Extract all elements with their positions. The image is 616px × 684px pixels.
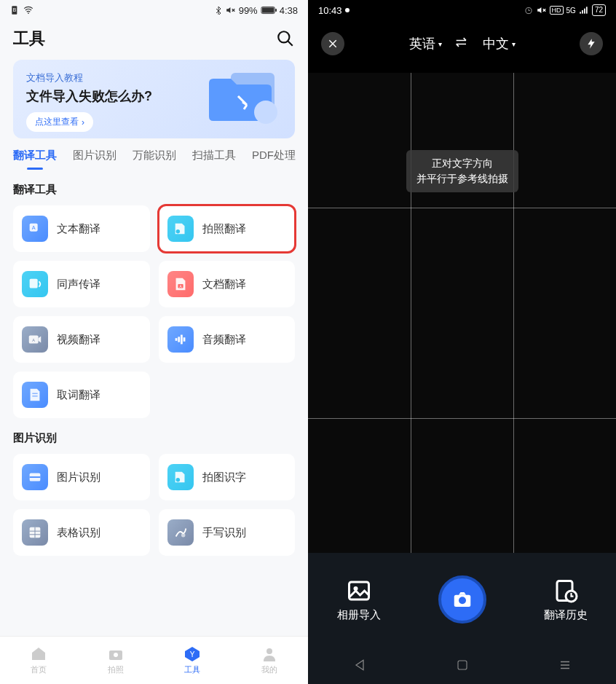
handwrite-icon <box>167 519 194 546</box>
hint-line-1: 正对文字方向 <box>416 156 508 171</box>
gridline-h1 <box>308 208 616 208</box>
tool-image-recog[interactable]: 图片识别 <box>13 454 150 500</box>
svg-point-28 <box>175 478 180 482</box>
tool-handwrite[interactable]: 手写识别 <box>159 509 296 556</box>
banner-cta[interactable]: 点这里查看 › <box>26 112 93 132</box>
tool-label: 图片识别 <box>57 471 100 484</box>
status-bar: B 99% 4:38 <box>0 0 308 20</box>
nav-camera[interactable]: 拍照 <box>107 645 125 675</box>
tool-live-interpret[interactable]: 同声传译 <box>13 261 150 307</box>
nav-tools[interactable]: Y 工具 <box>183 645 201 675</box>
profile-icon <box>261 645 278 663</box>
svg-rect-23 <box>175 338 177 341</box>
svg-point-11 <box>254 101 277 124</box>
page-header: 工具 <box>0 20 308 60</box>
svg-rect-15 <box>30 279 38 288</box>
svg-rect-46 <box>586 7 588 13</box>
back-button[interactable] <box>352 658 367 672</box>
tab-pdf[interactable]: PDF处理 <box>252 149 296 170</box>
swap-button[interactable] <box>455 37 470 50</box>
svg-point-35 <box>114 653 118 657</box>
gallery-label: 相册导入 <box>337 608 381 622</box>
help-banner[interactable]: 文档导入教程 文件导入失败怎么办? 点这里查看 › <box>13 60 295 138</box>
nav-home[interactable]: 首页 <box>30 645 47 675</box>
nav-label: 工具 <box>184 664 200 675</box>
flash-icon <box>585 38 597 50</box>
status-bar: 10:43 HD 5G 72 <box>308 0 616 20</box>
camera-viewport[interactable]: 正对文字方向 并平行于参考线拍摄 <box>308 73 616 553</box>
tool-word-pick[interactable]: 取词翻译 <box>13 372 150 418</box>
history-button[interactable]: 翻译历史 <box>544 578 588 622</box>
bluetooth-icon <box>214 6 223 15</box>
category-tabs: 翻译工具 图片识别 万能识别 扫描工具 PDF处理 <box>0 149 308 170</box>
home-button[interactable] <box>456 659 469 672</box>
tool-table-recog[interactable]: 表格识别 <box>13 509 150 556</box>
photo-translate-icon <box>167 216 194 242</box>
svg-point-8 <box>278 31 289 42</box>
video-translate-icon: A <box>22 326 48 353</box>
tab-image-recog[interactable]: 图片识别 <box>73 149 117 170</box>
search-button[interactable] <box>276 29 295 48</box>
camera-icon <box>107 645 125 663</box>
page-title: 工具 <box>13 28 45 50</box>
lang-to[interactable]: 中文 ▾ <box>483 35 516 52</box>
tool-text-translate[interactable]: A 文本翻译 <box>13 205 150 252</box>
svg-text:Y: Y <box>190 650 195 659</box>
svg-rect-45 <box>584 9 585 14</box>
status-time: 4:38 <box>280 5 298 16</box>
chevron-down-icon: ▾ <box>438 40 442 48</box>
nav-label: 我的 <box>261 664 277 675</box>
svg-rect-6 <box>262 7 275 12</box>
tool-label: 文本翻译 <box>57 222 100 236</box>
word-pick-icon <box>22 382 48 408</box>
swap-icon <box>455 37 470 47</box>
mute-icon <box>537 5 547 15</box>
flash-button[interactable] <box>580 32 603 55</box>
close-button[interactable] <box>321 32 344 55</box>
battery-icon <box>261 6 277 15</box>
section-title-image: 图片识别 <box>13 431 295 445</box>
tool-label: 音频翻译 <box>202 333 246 347</box>
tab-translate-tools[interactable]: 翻译工具 <box>13 149 57 170</box>
camera-hint: 正对文字方向 并平行于参考线拍摄 <box>406 150 518 192</box>
tool-label: 拍照翻译 <box>202 222 246 236</box>
image-recog-icon <box>22 464 48 490</box>
tool-video-translate[interactable]: A 视频翻译 <box>13 316 150 363</box>
tool-label: 手写识别 <box>202 526 246 540</box>
signal-5g-icon: 5G <box>566 7 576 15</box>
svg-rect-22 <box>183 337 185 342</box>
table-recog-icon <box>22 519 48 546</box>
camera-translate-screen: 10:43 HD 5G 72 英语 ▾ 中文 ▾ <box>308 0 616 684</box>
doc-translate-icon: A <box>167 271 194 297</box>
tab-universal-recog[interactable]: 万能识别 <box>133 149 176 170</box>
recent-button[interactable] <box>558 659 572 672</box>
tool-label: 视频翻译 <box>57 333 100 347</box>
svg-point-37 <box>266 648 272 654</box>
home-icon <box>30 645 47 663</box>
translate-grid: A 文本翻译 拍照翻译 同声传译 A 文档翻译 <box>13 205 295 418</box>
battery-b-icon: B <box>10 5 20 15</box>
gridline-h2 <box>308 418 616 419</box>
capture-button[interactable] <box>438 575 486 624</box>
svg-text:B: B <box>12 7 16 12</box>
tab-scan-tools[interactable]: 扫描工具 <box>192 149 236 170</box>
notification-dot-icon <box>345 8 350 12</box>
gallery-import-button[interactable]: 相册导入 <box>337 578 381 622</box>
tools-content[interactable]: 翻译工具 A 文本翻译 拍照翻译 同声传译 <box>0 170 308 636</box>
tools-icon: Y <box>183 645 201 663</box>
folder-illustration <box>202 68 282 130</box>
lang-from[interactable]: 英语 ▾ <box>409 35 442 52</box>
gallery-icon <box>346 578 372 604</box>
status-left: B <box>10 5 33 15</box>
tool-doc-translate[interactable]: A 文档翻译 <box>159 261 296 307</box>
tool-photo-translate[interactable]: 拍照翻译 <box>159 205 296 252</box>
svg-line-9 <box>288 41 293 46</box>
chevron-right-icon: › <box>82 117 84 127</box>
battery-level: 72 <box>592 4 606 16</box>
section-title-translate: 翻译工具 <box>13 183 295 197</box>
nav-profile[interactable]: 我的 <box>261 645 278 675</box>
tool-photo-text[interactable]: 拍图识字 <box>159 454 296 500</box>
camera-header: 英语 ▾ 中文 ▾ <box>308 32 616 55</box>
tool-audio-translate[interactable]: 音频翻译 <box>159 316 296 363</box>
gridline-v1 <box>411 73 411 553</box>
